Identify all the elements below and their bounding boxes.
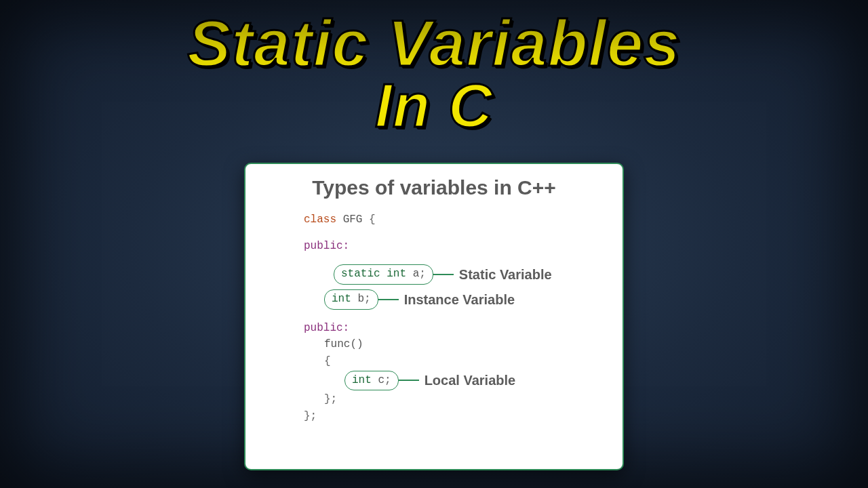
- class-close-brace: };: [304, 410, 317, 422]
- label-instance-variable: Instance Variable: [404, 289, 515, 310]
- connector-line: [433, 274, 454, 275]
- func-close-brace: };: [324, 393, 337, 405]
- keyword-public: public:: [304, 322, 349, 334]
- title-line-2: In C: [0, 74, 868, 138]
- func-name: func(): [324, 338, 363, 350]
- keyword-public: public:: [304, 240, 349, 252]
- row-local-variable: int c; Local Variable: [304, 370, 605, 391]
- code-line-func: func(): [304, 336, 605, 353]
- connector-line: [399, 380, 419, 381]
- code-line-func-close: };: [304, 391, 605, 408]
- label-local-variable: Local Variable: [425, 370, 516, 391]
- pill-static-int-a: static int a;: [334, 264, 433, 285]
- code-line-func-open: {: [304, 353, 605, 370]
- code-line-public1: public:: [304, 238, 605, 255]
- func-open-brace: {: [324, 355, 331, 367]
- code-panel: Types of variables in C++ class GFG { pu…: [244, 163, 624, 470]
- code-block: class GFG { public: static int a; Static…: [263, 211, 605, 425]
- connector-line: [378, 299, 399, 300]
- code-line-class: class GFG {: [304, 211, 605, 228]
- label-static-variable: Static Variable: [459, 264, 552, 285]
- code-line-public2: public:: [304, 320, 605, 337]
- pill-int-c: int c;: [344, 371, 399, 391]
- row-static-variable: static int a; Static Variable: [304, 264, 605, 285]
- title-line-1: Static Variables: [0, 9, 868, 78]
- pill-int-b: int b;: [324, 289, 378, 310]
- panel-heading: Types of variables in C++: [263, 176, 605, 199]
- code-line-class-close: };: [304, 408, 605, 425]
- slide-title: Static Variables In C: [0, 0, 868, 138]
- keyword-class: class: [304, 214, 336, 226]
- open-brace: {: [369, 214, 376, 226]
- class-name: GFG: [343, 214, 363, 226]
- row-instance-variable: int b; Instance Variable: [304, 289, 605, 310]
